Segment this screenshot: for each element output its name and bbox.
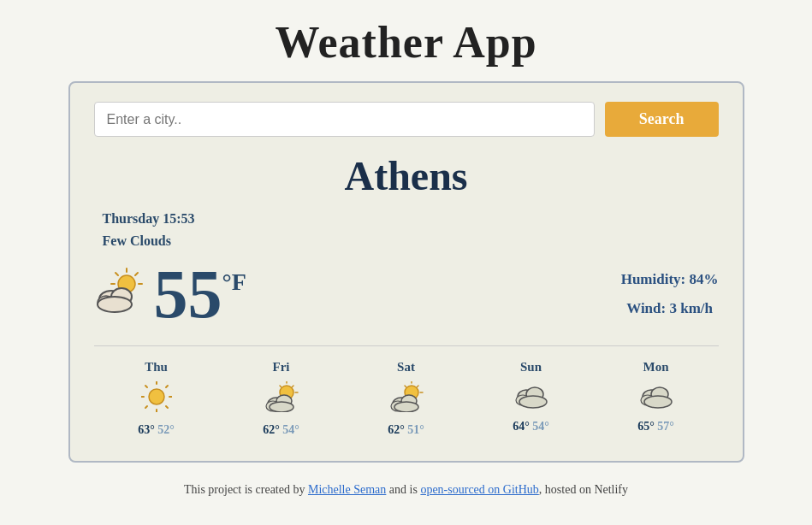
- svg-line-18: [166, 386, 168, 387]
- svg-point-12: [149, 389, 164, 404]
- forecast-day-label: Sun: [520, 360, 542, 375]
- temp-section: 55 °F: [94, 260, 246, 328]
- forecast-day-label: Mon: [643, 360, 669, 375]
- forecast-day: Mon 65° 57°: [637, 360, 674, 437]
- forecast-row: Thu 63° 52° Fri: [94, 345, 719, 437]
- footer-text-before: This project is created by: [184, 483, 308, 496]
- forecast-low: 57°: [657, 420, 674, 433]
- forecast-temps: 62° 54°: [263, 423, 299, 437]
- date-condition: Thursday 15:53 Few Clouds: [103, 208, 195, 251]
- svg-line-5: [116, 273, 118, 275]
- search-row: Search: [94, 102, 719, 137]
- author-link[interactable]: Michelle Seman: [308, 483, 386, 496]
- city-name: Athens: [94, 152, 719, 199]
- forecast-high: 62°: [388, 423, 405, 436]
- forecast-temps: 63° 52°: [138, 423, 175, 437]
- forecast-high: 62°: [263, 423, 280, 436]
- svg-line-24: [280, 386, 282, 387]
- humidity-display: Humidity: 84%: [621, 265, 719, 294]
- forecast-icon: [264, 381, 299, 416]
- forecast-day: Thu 63° 52°: [138, 360, 175, 437]
- forecast-temps: 62° 51°: [388, 423, 424, 437]
- svg-line-20: [166, 406, 168, 408]
- condition-display: Few Clouds: [103, 230, 195, 252]
- forecast-temps: 65° 57°: [637, 420, 674, 434]
- svg-line-25: [292, 386, 293, 387]
- forecast-low: 52°: [157, 423, 175, 436]
- temp-unit-display: °F: [222, 268, 246, 296]
- svg-line-19: [145, 406, 147, 408]
- date-display: Thursday 15:53: [103, 208, 195, 230]
- svg-point-38: [394, 402, 418, 412]
- svg-line-34: [417, 386, 418, 387]
- forecast-day: Sat 62° 51°: [388, 360, 424, 437]
- svg-point-42: [519, 396, 547, 408]
- footer-text-after: , hosted on Netlify: [539, 483, 628, 496]
- svg-point-46: [644, 396, 672, 408]
- wind-display: Wind: 3 km/h: [621, 294, 719, 323]
- footer: This project is created by Michelle Sema…: [184, 483, 628, 497]
- forecast-icon: [141, 381, 172, 416]
- svg-line-17: [145, 386, 147, 387]
- weather-card: Search Athens Thursday 15:53 Few Clouds: [68, 81, 744, 463]
- forecast-day-label: Fri: [273, 360, 290, 375]
- svg-line-6: [135, 273, 138, 275]
- search-button[interactable]: Search: [605, 102, 719, 137]
- forecast-icon: [389, 381, 424, 416]
- forecast-high: 64°: [513, 420, 530, 433]
- main-info: 55 °F Humidity: 84% Wind: 3 km/h: [94, 260, 719, 328]
- forecast-low: 54°: [532, 420, 549, 433]
- forecast-low: 54°: [282, 423, 299, 436]
- svg-point-11: [98, 297, 132, 312]
- forecast-high: 65°: [637, 420, 655, 433]
- app-title: Weather App: [275, 17, 536, 68]
- forecast-day-label: Sat: [397, 360, 415, 375]
- search-input[interactable]: [94, 102, 595, 137]
- extra-info: Humidity: 84% Wind: 3 km/h: [621, 265, 719, 323]
- forecast-icon: [639, 381, 673, 413]
- github-link[interactable]: open-sourced on GitHub: [420, 483, 538, 496]
- svg-line-33: [405, 386, 406, 387]
- footer-text-middle: and is: [386, 483, 420, 496]
- current-weather-icon: [94, 267, 145, 321]
- forecast-day-label: Thu: [145, 360, 168, 375]
- temperature-display: 55: [154, 260, 222, 328]
- forecast-temps: 64° 54°: [513, 420, 549, 434]
- forecast-low: 51°: [407, 423, 424, 436]
- forecast-day: Sun 64° 54°: [513, 360, 549, 437]
- forecast-icon: [514, 381, 548, 413]
- svg-point-29: [270, 402, 293, 412]
- forecast-day: Fri 62° 54°: [263, 360, 299, 437]
- forecast-high: 63°: [138, 423, 155, 436]
